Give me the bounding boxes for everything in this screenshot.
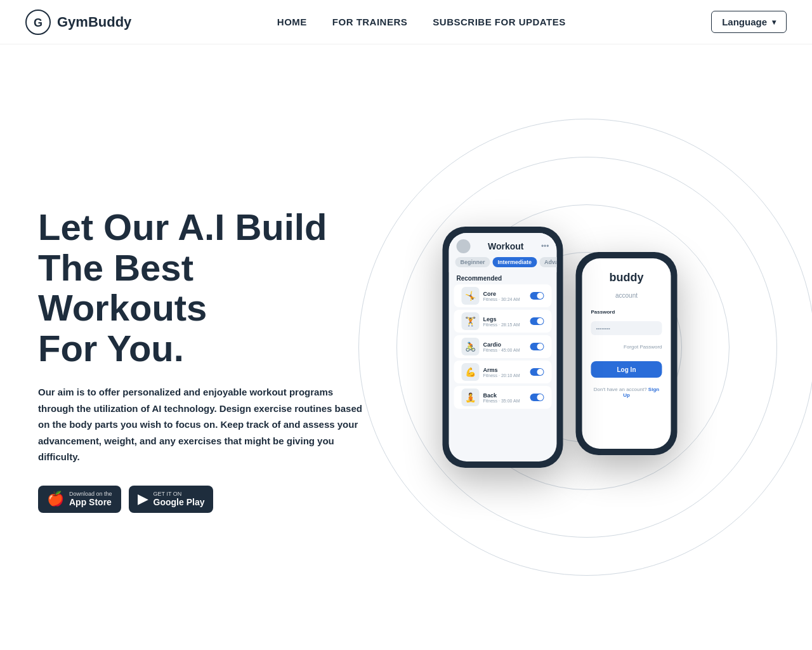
login-forgot-link: Forgot Password <box>591 344 662 350</box>
workout-sub-core: Fitness · 30:24 AM <box>483 297 527 302</box>
nav-for-trainers[interactable]: FOR TRAINERS <box>332 17 408 27</box>
language-button[interactable]: Language ▾ <box>711 11 787 33</box>
navbar: G GymBuddy HOME FOR TRAINERS SUBSCRIBE F… <box>0 0 812 44</box>
language-label: Language <box>722 17 767 27</box>
workout-sub-back: Fitness · 35:00 AM <box>483 399 527 403</box>
logo-icon: G <box>25 10 51 35</box>
app-store-small: Download on the <box>69 491 112 498</box>
phone-secondary: buddy account Password •••••••• Forgot P… <box>576 252 678 455</box>
google-play-icon: ▶ <box>138 491 148 507</box>
workout-info-arms: Arms Fitness · 20:10 AM <box>483 367 527 378</box>
workout-info-back: Back Fitness · 35:00 AM <box>483 392 527 403</box>
nav-home[interactable]: HOME <box>277 17 307 27</box>
workout-info-legs: Legs Fitness · 28:15 AM <box>483 316 527 327</box>
logo-text: GymBuddy <box>57 14 131 30</box>
login-password-input: •••••••• <box>591 321 662 335</box>
nav-links: HOME FOR TRAINERS SUBSCRIBE FOR UPDATES <box>277 17 566 28</box>
store-badges: 🍎 Download on the App Store ▶ GET IT ON … <box>38 486 369 514</box>
workout-toggle-core <box>530 292 544 300</box>
workout-figure-cardio: 🚴 <box>462 338 480 355</box>
screen-tabs: Beginner Intermediate Advanced <box>449 257 557 272</box>
workout-sub-arms: Fitness · 20:10 AM <box>483 373 527 378</box>
app-store-badge[interactable]: 🍎 Download on the App Store <box>38 486 121 514</box>
workout-figure-arms: 💪 <box>462 363 480 381</box>
tab-beginner: Beginner <box>455 257 490 267</box>
workout-name-back: Back <box>483 392 527 399</box>
hero-visual: Workout ••• Beginner Intermediate Advanc… <box>369 157 774 538</box>
login-subtitle: account <box>591 292 662 299</box>
chevron-down-icon: ▾ <box>772 18 776 27</box>
section-recommended: Recommended <box>449 272 557 283</box>
phone-mockups: Workout ••• Beginner Intermediate Advanc… <box>443 227 678 468</box>
google-play-label: Google Play <box>154 497 205 508</box>
apple-icon: 🍎 <box>47 491 64 507</box>
hero-section: Let Our A.I Build The Best Workouts For … <box>0 44 812 650</box>
workout-info-core: Core Fitness · 30:24 AM <box>483 291 527 302</box>
app-store-label: App Store <box>69 497 112 508</box>
workout-toggle-legs <box>530 317 544 325</box>
nav-subscribe[interactable]: SUBSCRIBE FOR UPDATES <box>433 17 565 27</box>
workout-sub-legs: Fitness · 28:15 AM <box>483 322 527 327</box>
workout-info-cardio: Cardio Fitness · 45:00 AM <box>483 342 527 352</box>
workout-name-core: Core <box>483 291 527 297</box>
workout-figure-legs: 🏋️ <box>462 312 480 330</box>
login-logo: buddy <box>591 271 662 284</box>
workout-name-legs: Legs <box>483 316 527 322</box>
screen-header: Workout ••• <box>449 233 557 257</box>
tab-advanced: Advanced <box>539 257 556 267</box>
login-password-label: Password <box>591 309 662 315</box>
workout-toggle-back <box>530 394 544 401</box>
google-play-small: GET IT ON <box>154 491 205 498</box>
workout-sub-cardio: Fitness · 45:00 AM <box>483 348 527 352</box>
tab-intermediate: Intermediate <box>493 257 537 267</box>
workout-item-core: 🤸 Core Fitness · 30:24 AM <box>454 284 552 307</box>
signup-link: Sign Up <box>623 387 659 398</box>
hero-description: Our aim is to offer personalized and enj… <box>38 384 369 465</box>
screen-avatar <box>457 239 471 253</box>
login-signup: Don't have an account? Sign Up <box>591 387 662 398</box>
workout-figure-core: 🤸 <box>462 287 480 305</box>
logo-link[interactable]: G GymBuddy <box>25 10 131 35</box>
workout-name-arms: Arms <box>483 367 527 373</box>
workout-figure-back: 🧘 <box>462 388 480 406</box>
screen-workout-title: Workout <box>488 241 524 251</box>
hero-title: Let Our A.I Build The Best Workouts For … <box>38 207 369 369</box>
login-button: Log In <box>591 361 662 378</box>
login-screen: buddy account Password •••••••• Forgot P… <box>582 258 671 449</box>
workout-item-cardio: 🚴 Cardio Fitness · 45:00 AM <box>454 335 552 358</box>
workout-name-cardio: Cardio <box>483 342 527 348</box>
workout-toggle-cardio <box>530 343 544 350</box>
workout-item-legs: 🏋️ Legs Fitness · 28:15 AM <box>454 310 552 333</box>
svg-text:G: G <box>34 16 43 29</box>
workout-item-arms: 💪 Arms Fitness · 20:10 AM <box>454 361 552 383</box>
phone-main-screen: Workout ••• Beginner Intermediate Advanc… <box>449 233 557 461</box>
phone-main: Workout ••• Beginner Intermediate Advanc… <box>443 227 563 468</box>
workout-item-back: 🧘 Back Fitness · 35:00 AM <box>454 386 552 409</box>
hero-content: Let Our A.I Build The Best Workouts For … <box>38 182 369 513</box>
screen-menu-icon: ••• <box>541 242 549 251</box>
workout-toggle-arms <box>530 368 544 376</box>
google-play-badge[interactable]: ▶ GET IT ON Google Play <box>129 486 214 514</box>
